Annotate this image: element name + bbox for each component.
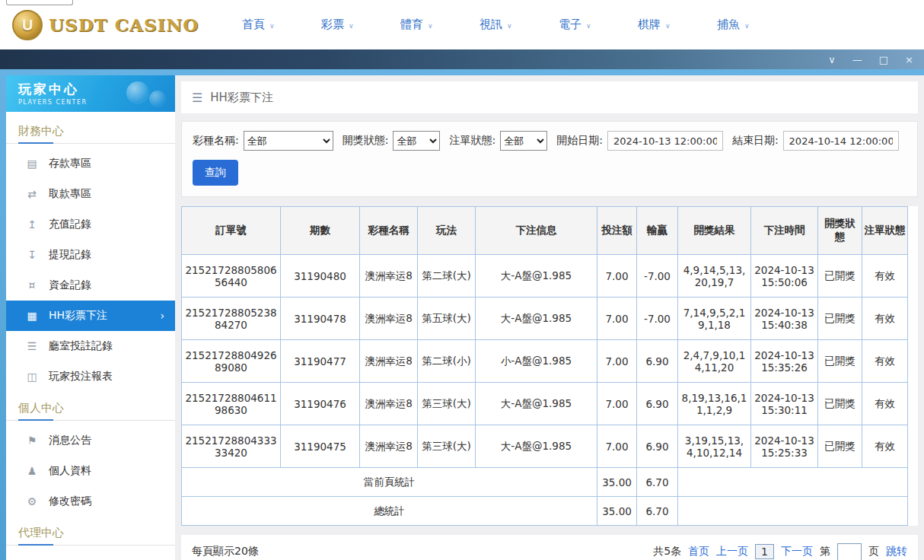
nav-item-label: 棋牌 bbox=[638, 18, 661, 32]
col-lottery: 彩種名稱 bbox=[360, 207, 418, 255]
cell-play: 第二球(小) bbox=[418, 340, 476, 383]
draw-status-select[interactable]: 全部 bbox=[393, 131, 440, 151]
sidebar-item-label: 提現記錄 bbox=[49, 248, 91, 262]
sidebar-item-player-bet-report[interactable]: ◫玩家投注報表 bbox=[6, 361, 175, 392]
window-dropdown-icon[interactable]: ∨ bbox=[828, 55, 836, 65]
nav-item-slots[interactable]: 電子∨ bbox=[535, 18, 614, 32]
nav-item-fishing[interactable]: 捕魚∨ bbox=[693, 18, 773, 32]
cell-bet_info: 大-A盤@1.985 bbox=[476, 425, 597, 468]
start-date-input[interactable] bbox=[607, 131, 723, 151]
chevron-down-icon: ∨ bbox=[665, 21, 671, 30]
cell-win_loss: -7.00 bbox=[637, 298, 678, 340]
sidebar-menu: 財務中心▤存款專區⇄取款專區↥充值記錄↧提現記錄¤資金記錄▦HH彩票下注›☰廳室… bbox=[6, 112, 175, 560]
sidebar-item-announcements[interactable]: ⚑消息公告 bbox=[6, 425, 175, 456]
nav-item-home[interactable]: 首頁∨ bbox=[218, 18, 298, 32]
sidebar-item-withdrawal-records[interactable]: ↧提現記錄 bbox=[6, 240, 175, 270]
filter-panel: 彩種名稱: 全部 開獎狀態: 全部 注單狀態: 全部 開始日期: 結束日期: bbox=[181, 121, 918, 197]
summary-row: 當前頁統計35.006.70 bbox=[182, 468, 908, 497]
cell-play: 第三球(大) bbox=[418, 383, 476, 425]
order-status-select[interactable]: 全部 bbox=[500, 131, 547, 151]
sidebar-item-profile[interactable]: ♟個人資料 bbox=[6, 456, 175, 486]
cashout-icon: ↧ bbox=[26, 249, 38, 261]
cell-period: 31190478 bbox=[281, 298, 360, 340]
table-row: 215217288046119863031190476澳洲幸运8第三球(大)大-… bbox=[182, 383, 908, 425]
sidebar-item-label: 消息公告 bbox=[49, 434, 91, 447]
sidebar-item-deposit-area[interactable]: ▤存款專區 bbox=[6, 148, 175, 179]
summary-winloss: 6.70 bbox=[637, 497, 678, 526]
sidebar-item-label: HH彩票下注 bbox=[49, 309, 107, 323]
jump-button[interactable]: 跳转 bbox=[886, 545, 907, 558]
prev-page-link[interactable]: 上一页 bbox=[716, 545, 748, 558]
cell-order_no: 2152172880523884270 bbox=[182, 298, 281, 340]
first-page-link[interactable]: 首页 bbox=[688, 545, 709, 558]
cell-order_status: 有效 bbox=[862, 298, 908, 340]
sidebar-item-change-password[interactable]: ⚙修改密碼 bbox=[6, 486, 175, 517]
col-bet_info: 下注信息 bbox=[476, 207, 597, 255]
nav-item-video[interactable]: 視訊∨ bbox=[456, 18, 535, 32]
bets-table-panel: 訂單號期數彩種名稱玩法下注信息投注額輸贏開獎結果下注時間開獎狀態注單狀態 215… bbox=[181, 206, 918, 526]
nav-item-label: 捕魚 bbox=[717, 18, 740, 32]
chevron-down-icon: ∨ bbox=[269, 21, 275, 30]
end-date-input[interactable] bbox=[783, 131, 899, 151]
col-period: 期數 bbox=[281, 207, 360, 255]
next-page-link[interactable]: 下一页 bbox=[781, 545, 813, 558]
sidebar-item-hall-bet-records[interactable]: ☰廳室投註記錄 bbox=[6, 331, 175, 361]
menu-icon[interactable]: ☰ bbox=[192, 91, 202, 105]
nav-item-label: 首頁 bbox=[242, 18, 265, 32]
cell-lottery: 澳洲幸运8 bbox=[360, 298, 418, 340]
col-play: 玩法 bbox=[418, 207, 476, 255]
window-maximize-icon[interactable]: □ bbox=[879, 55, 888, 65]
coin-letter: U bbox=[21, 16, 33, 34]
sidebar-item-label: 玩家投注報表 bbox=[49, 370, 113, 383]
cell-order_status: 有效 bbox=[862, 383, 908, 425]
cell-win_loss: 6.90 bbox=[637, 425, 678, 468]
bets-table-body: 215217288058065644031190480澳洲幸运8第二球(大)大-… bbox=[182, 255, 908, 526]
cell-time: 2024-10-13 15:25:33 bbox=[751, 425, 818, 468]
lottery-name-select[interactable]: 全部 bbox=[244, 131, 333, 151]
jump-page-input[interactable] bbox=[837, 543, 862, 560]
filter-row: 彩種名稱: 全部 開獎狀態: 全部 注單狀態: 全部 開始日期: 結束日期: bbox=[193, 131, 906, 151]
nav-item-lottery[interactable]: 彩票∨ bbox=[298, 18, 377, 32]
cell-play: 第五球(大) bbox=[418, 298, 476, 340]
brand-logo[interactable]: U USDT CASINO bbox=[12, 10, 199, 40]
coin-logo-icon: U bbox=[12, 10, 43, 40]
bets-table-header-row: 訂單號期數彩種名稱玩法下注信息投注額輸贏開獎結果下注時間開獎狀態注單狀態 bbox=[182, 207, 908, 255]
cell-order_no: 2152172880461198630 bbox=[182, 383, 281, 425]
current-page[interactable]: 1 bbox=[755, 544, 774, 559]
cell-result: 4,9,14,5,13,20,19,7 bbox=[678, 255, 751, 298]
cell-amount: 7.00 bbox=[597, 298, 637, 340]
cell-bet_info: 大-A盤@1.985 bbox=[476, 298, 597, 340]
sidebar-item-label: 資金記錄 bbox=[49, 278, 91, 292]
sidebar-item-recharge-records[interactable]: ↥充值記錄 bbox=[6, 209, 175, 240]
section-divider bbox=[6, 545, 175, 546]
nav-item-board-games[interactable]: 棋牌∨ bbox=[614, 18, 693, 32]
notice-icon: ⚑ bbox=[26, 434, 38, 447]
jump-prefix-label: 第 bbox=[820, 545, 830, 558]
cell-draw_status: 已開獎 bbox=[818, 425, 862, 468]
chevron-right-icon: › bbox=[160, 310, 164, 322]
cell-time: 2024-10-13 15:30:11 bbox=[751, 383, 818, 425]
lottery-bet-icon: ▦ bbox=[26, 310, 38, 322]
browser-tab-artifact bbox=[6, 0, 73, 5]
sidebar-item-hh-lottery-bets[interactable]: ▦HH彩票下注› bbox=[6, 301, 175, 331]
col-time: 下注時間 bbox=[751, 207, 818, 255]
sidebar-item-withdraw-area[interactable]: ⇄取款專區 bbox=[6, 179, 175, 209]
pagination-bar: 每頁顯示20條 共5条 首页 上一页 1 下一页 第 页 跳转 bbox=[181, 535, 918, 560]
cell-order_status: 有效 bbox=[862, 255, 908, 298]
window-close-icon[interactable]: × bbox=[905, 55, 913, 65]
site-header: U USDT CASINO 首頁∨彩票∨體育∨視訊∨電子∨棋牌∨捕魚∨ bbox=[0, 0, 924, 49]
window-minimize-icon[interactable]: — bbox=[852, 55, 862, 65]
nav-item-sports[interactable]: 體育∨ bbox=[377, 18, 456, 32]
summary-empty bbox=[678, 468, 908, 497]
total-count: 共5条 bbox=[653, 545, 681, 558]
col-order_status: 注單狀態 bbox=[862, 207, 908, 255]
lottery-name-label: 彩種名稱: bbox=[193, 134, 239, 148]
col-amount: 投注額 bbox=[597, 207, 637, 255]
sidebar-item-label: 取款專區 bbox=[49, 187, 91, 201]
sidebar-item-funds-records[interactable]: ¤資金記錄 bbox=[6, 270, 175, 301]
cell-amount: 7.00 bbox=[597, 383, 637, 425]
cell-amount: 7.00 bbox=[597, 255, 637, 298]
search-button[interactable]: 查詢 bbox=[193, 160, 238, 186]
sidebar-item-label: 廳室投註記錄 bbox=[49, 339, 113, 353]
profile-icon: ♟ bbox=[26, 465, 38, 477]
